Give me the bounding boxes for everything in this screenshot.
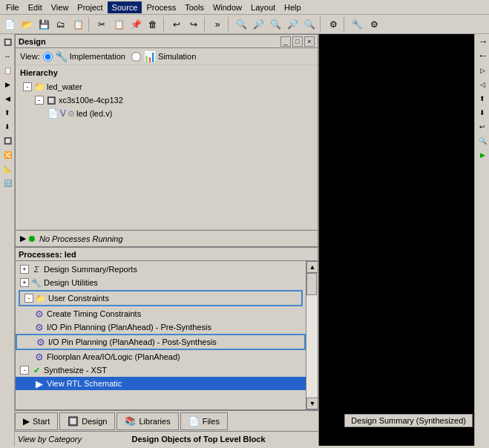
cut-button[interactable]: ✂ xyxy=(93,16,110,33)
proc-create-timing[interactable]: ⚙ Create Timing Constraints xyxy=(16,307,306,320)
tb-extra[interactable]: ⚙ xyxy=(366,16,382,33)
tree-item-xc3s[interactable]: - 🔲 xc3s100e-4cp132 xyxy=(20,93,313,107)
undo-button[interactable]: ↩ xyxy=(168,16,185,33)
paste-button[interactable]: 📌 xyxy=(128,16,144,33)
menu-help[interactable]: Help xyxy=(280,1,306,13)
design-status-bar: ▶ No Processes Running xyxy=(16,230,318,246)
menu-project[interactable]: Project xyxy=(73,1,107,13)
tab-start-icon: ▶ xyxy=(23,416,30,426)
tab-design[interactable]: 🔲 Design xyxy=(59,412,115,430)
sidebar-icon-9[interactable]: 🔀 xyxy=(1,148,14,162)
sep2 xyxy=(163,17,166,32)
sidebar-icon-1[interactable]: 🔲 xyxy=(1,36,14,49)
find-next-button[interactable]: 🔎 xyxy=(250,16,266,33)
right-icon-6[interactable]: ⬇ xyxy=(476,106,489,119)
status-text: No Processes Running xyxy=(39,234,123,243)
copy-button[interactable]: 📋 xyxy=(111,16,127,33)
proc-io-pre[interactable]: ⚙ I/O Pin Planning (PlanAhead) - Pre-Syn… xyxy=(16,320,306,334)
panel-minimize-btn[interactable]: _ xyxy=(280,36,291,47)
processes-panel: Processes: led + Σ Design Summary/Report… xyxy=(15,247,318,410)
new-button[interactable]: 📄 xyxy=(1,16,18,33)
right-icon-4[interactable]: ◁ xyxy=(476,78,489,91)
tree-item-led[interactable]: 📄 V ⚙ led (led.v) xyxy=(20,107,313,120)
radio-implementation[interactable]: 🔧 Implementation xyxy=(43,50,125,62)
right-icon-1[interactable]: ⭢ xyxy=(476,36,489,49)
more-button[interactable]: » xyxy=(209,16,226,33)
sidebar-icon-5[interactable]: ◀ xyxy=(1,92,14,105)
tab-design-label: Design xyxy=(82,417,107,426)
process-tree: + Σ Design Summary/Reports + 🔧 Design Ut… xyxy=(16,261,306,409)
settings-button[interactable]: 🔧 xyxy=(349,16,365,33)
proc-design-summary[interactable]: + Σ Design Summary/Reports xyxy=(16,263,306,276)
tab-libraries[interactable]: 📚 Libraries xyxy=(116,412,178,430)
proc-design-utilities[interactable]: + 🔧 Design Utilities xyxy=(16,276,306,289)
sidebar-icon-7[interactable]: ⬇ xyxy=(1,120,14,134)
find-prev-button[interactable]: 🔍 xyxy=(267,16,283,33)
sidebar-icon-4[interactable]: ▶ xyxy=(1,78,14,91)
proc-synthesize[interactable]: - ✔ Synthesize - XST xyxy=(16,363,306,377)
expand-user-constraints[interactable]: - xyxy=(24,294,33,303)
proc-io-post[interactable]: ⚙ I/O Pin Planning (PlanAhead) - Post-Sy… xyxy=(16,334,306,350)
expand-design-utilities[interactable]: + xyxy=(20,278,29,287)
sidebar-icon-2[interactable]: ↔ xyxy=(1,50,14,63)
panel-close-btn[interactable]: × xyxy=(304,36,315,47)
tab-lib-icon: 📚 xyxy=(125,416,136,426)
expand-design-summary[interactable]: + xyxy=(20,265,29,274)
search-button[interactable]: 🔍 xyxy=(233,16,249,33)
right-icon-9[interactable]: ▶ xyxy=(476,148,489,162)
radio-sim-label: Simulation xyxy=(158,52,196,61)
proc-floorplan[interactable]: ⚙ Floorplan Area/IO/Logic (PlanAhead) xyxy=(16,350,306,363)
expand-xc3s[interactable]: - xyxy=(35,96,44,105)
menu-source[interactable]: Source xyxy=(108,1,142,13)
scroll-up-btn[interactable]: ▲ xyxy=(306,261,318,273)
radio-simulation[interactable]: 📊 Simulation xyxy=(131,50,196,62)
sidebar-icon-11[interactable]: 🔠 xyxy=(1,177,14,190)
menu-edit[interactable]: Edit xyxy=(24,1,47,13)
right-icon-2[interactable]: ⭠ xyxy=(476,50,489,63)
sep5 xyxy=(320,17,323,32)
gear-io-pre-icon: ⚙ xyxy=(33,321,45,333)
sidebar-icon-6[interactable]: ⬆ xyxy=(1,106,14,119)
menu-view[interactable]: View xyxy=(47,1,73,13)
expand-led-water[interactable]: - xyxy=(23,82,32,91)
tab-files[interactable]: 📄 Files xyxy=(180,412,228,430)
sidebar-icon-10[interactable]: 📐 xyxy=(1,162,14,176)
sidebar-icon-8[interactable]: 🔲 xyxy=(1,134,14,148)
tb-btn-5[interactable]: 📋 xyxy=(70,16,86,33)
scroll-thumb[interactable] xyxy=(306,273,317,295)
menu-process[interactable]: Process xyxy=(142,1,180,13)
sep6 xyxy=(344,17,347,32)
proc-user-constraints[interactable]: - 📁 User Constraints xyxy=(20,291,301,305)
menu-window[interactable]: Window xyxy=(209,1,246,13)
expand-synthesize[interactable]: - xyxy=(20,366,29,375)
open-button[interactable]: 📂 xyxy=(19,16,35,33)
bottom-strip-left: View by Category xyxy=(18,435,82,444)
design-panel-title-bar: Design _ □ × xyxy=(16,35,318,48)
right-icon-5[interactable]: ⬆ xyxy=(476,92,489,105)
bottom-strip: View by Category Design Objects of Top L… xyxy=(15,431,318,446)
right-icon-7[interactable]: ↩ xyxy=(476,120,489,134)
radio-impl-input[interactable] xyxy=(43,52,53,62)
tree-item-led-water[interactable]: - 📁 led_water xyxy=(20,80,313,93)
search2-button[interactable]: 🔎 xyxy=(284,16,301,33)
scroll-down-btn[interactable]: ▼ xyxy=(306,398,318,409)
sidebar-icon-3[interactable]: 📋 xyxy=(1,64,14,77)
radio-sim-input[interactable] xyxy=(131,52,141,62)
search3-button[interactable]: 🔍 xyxy=(301,16,318,33)
right-icon-8[interactable]: 🔍 xyxy=(476,134,489,148)
delete-button[interactable]: 🗑 xyxy=(145,16,161,33)
menu-file[interactable]: File xyxy=(1,1,24,13)
proc-view-rtl[interactable]: ▶ View RTL Schematic xyxy=(16,377,306,390)
proc-label-create-timing: Create Timing Constraints xyxy=(47,309,141,318)
save-all-button[interactable]: 🗂 xyxy=(53,16,69,33)
menu-layout[interactable]: Layout xyxy=(246,1,280,13)
menu-tools[interactable]: Tools xyxy=(180,1,209,13)
right-icon-3[interactable]: ▷ xyxy=(476,64,489,77)
panel-restore-btn[interactable]: □ xyxy=(292,36,303,47)
save-button[interactable]: 💾 xyxy=(36,16,52,33)
design-summary-tab[interactable]: Design Summary (Synthesized) xyxy=(344,414,473,427)
redo-button[interactable]: ↪ xyxy=(186,16,202,33)
run-button[interactable]: ⚙ xyxy=(325,16,341,33)
tab-start[interactable]: ▶ Start xyxy=(15,412,58,430)
scroll-track[interactable] xyxy=(306,273,318,398)
